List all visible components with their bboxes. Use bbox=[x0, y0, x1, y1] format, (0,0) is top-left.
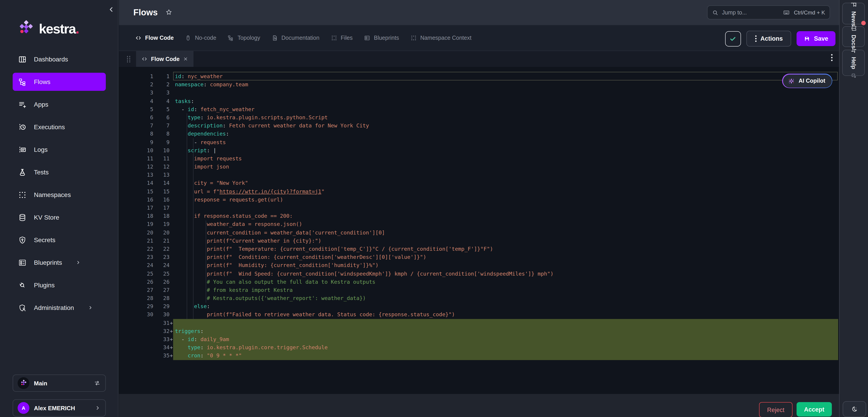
rail-tab-news[interactable]: News bbox=[842, 3, 865, 24]
chevron-right-icon bbox=[94, 405, 101, 411]
line-number-original: 9 bbox=[119, 138, 153, 146]
ai-copilot-button[interactable]: AI Copilot bbox=[782, 74, 832, 88]
code-line-4[interactable]: 44tasks: bbox=[119, 97, 839, 105]
code-line-32[interactable]: 32+triggers: bbox=[119, 327, 839, 335]
diff-added-marker bbox=[169, 146, 173, 154]
code-line-5[interactable]: 55 - id: fetch_nyc_weather bbox=[119, 105, 839, 114]
code-line-19[interactable]: 1919 weather_data = response.json() bbox=[119, 220, 839, 228]
sidebar-item-dashboards[interactable]: Dashboards bbox=[13, 50, 106, 68]
code-line-31[interactable]: 31+ bbox=[119, 319, 839, 327]
sidebar-collapse-icon[interactable] bbox=[107, 5, 115, 13]
sidebar-item-administration[interactable]: Administration bbox=[13, 299, 106, 317]
tab-blueprints[interactable]: Blueprints bbox=[364, 35, 399, 41]
code-line-25[interactable]: 2525 print(f" Wind Speed: {current_condi… bbox=[119, 269, 839, 278]
code-line-17[interactable]: 1717 bbox=[119, 204, 839, 212]
code-line-1[interactable]: 11id: nyc_weather bbox=[119, 72, 839, 81]
code-text bbox=[173, 204, 839, 212]
code-line-21[interactable]: 2121 print(f"Current weather in {city}:"… bbox=[119, 237, 839, 245]
rail-tab-label: News bbox=[850, 11, 857, 26]
line-number-original: 10 bbox=[119, 146, 153, 154]
line-number-modified: 13 bbox=[153, 171, 169, 179]
line-number-modified: 27 bbox=[153, 286, 169, 294]
sidebar-item-tests[interactable]: Tests bbox=[13, 163, 106, 181]
sidebar-item-plugins[interactable]: Plugins bbox=[13, 276, 106, 294]
sidebar-item-kv-store[interactable]: KV Store bbox=[13, 208, 106, 226]
code-line-11[interactable]: 1111 import requests bbox=[119, 155, 839, 163]
tab-flow-code[interactable]: Flow Code bbox=[135, 35, 174, 41]
tenant-label: Main bbox=[34, 380, 89, 386]
code-line-6[interactable]: 66 type: io.kestra.plugin.scripts.python… bbox=[119, 114, 839, 122]
sidebar-item-blueprints[interactable]: Blueprints bbox=[13, 253, 106, 271]
line-number-original: 2 bbox=[119, 81, 153, 89]
editor-menu-icon[interactable] bbox=[831, 54, 833, 61]
drag-handle-icon[interactable] bbox=[127, 55, 131, 63]
code-line-9[interactable]: 99 - requests bbox=[119, 138, 839, 146]
code-line-3[interactable]: 33 bbox=[119, 89, 839, 97]
sidebar-item-label: Administration bbox=[34, 304, 74, 311]
code-line-29[interactable]: 2929 else: bbox=[119, 302, 839, 311]
slack-icon bbox=[850, 47, 857, 54]
actions-button[interactable]: Actions bbox=[746, 31, 792, 46]
code-line-13[interactable]: 1313 bbox=[119, 171, 839, 179]
rail-tab-docs[interactable]: Docs bbox=[842, 26, 865, 47]
reject-button[interactable]: Reject bbox=[759, 402, 793, 417]
code-line-28[interactable]: 2828 # Kestra.outputs({'weather_report':… bbox=[119, 294, 839, 302]
flow-enabled-checkbox[interactable] bbox=[725, 31, 741, 46]
diff-added-marker bbox=[169, 105, 173, 114]
close-icon[interactable] bbox=[183, 57, 188, 61]
rail-tab-help[interactable]: Help bbox=[842, 50, 865, 76]
theme-toggle-button[interactable] bbox=[843, 401, 866, 417]
tab-documentation[interactable]: Documentation bbox=[272, 35, 319, 41]
code-line-20[interactable]: 2020 current_condition = weather_data['c… bbox=[119, 228, 839, 236]
diff-added-marker: + bbox=[169, 352, 173, 360]
sidebar-item-secrets[interactable]: Secrets bbox=[13, 231, 106, 249]
sidebar-item-label: Flows bbox=[34, 78, 51, 86]
search-input[interactable]: Jump to... Ctrl/Cmd + K bbox=[707, 5, 830, 20]
code-line-35[interactable]: 35+ cron: "0 9 * * *" bbox=[119, 352, 839, 360]
code-line-7[interactable]: 77 description: Fetch current weather da… bbox=[119, 122, 839, 130]
code-line-12[interactable]: 1212 import json bbox=[119, 163, 839, 171]
accept-button[interactable]: Accept bbox=[797, 402, 832, 417]
save-button[interactable]: Save bbox=[797, 31, 835, 46]
code-line-16[interactable]: 1616 response = requests.get(url) bbox=[119, 196, 839, 204]
tab-topology[interactable]: Topology bbox=[228, 35, 260, 41]
code-line-18[interactable]: 1818 if response.status_code == 200: bbox=[119, 212, 839, 220]
code-line-30[interactable]: 3030 print(f"Failed to retrieve weather … bbox=[119, 311, 839, 319]
line-number-modified: 29 bbox=[153, 302, 169, 311]
code-line-26[interactable]: 2626 # You can also output the full data… bbox=[119, 278, 839, 286]
diff-added-marker bbox=[169, 114, 173, 122]
code-line-24[interactable]: 2424 print(f" Humidity: {current_conditi… bbox=[119, 261, 839, 269]
tab-no-code[interactable]: No-code bbox=[185, 35, 216, 41]
diff-added-marker bbox=[169, 204, 173, 212]
tab-namespace-context[interactable]: Namespace Context bbox=[410, 35, 471, 41]
line-number-modified: 24 bbox=[153, 261, 169, 269]
user-menu[interactable]: A Alex EMERICH bbox=[13, 399, 106, 417]
code-line-15[interactable]: 1515 url = f"https://wttr.in/{city}?form… bbox=[119, 187, 839, 195]
code-line-8[interactable]: 88 dependencies: bbox=[119, 130, 839, 138]
code-lines: 11id: nyc_weather22namespace: company.te… bbox=[119, 72, 839, 360]
code-line-27[interactable]: 2727 # from kestra import Kestra bbox=[119, 286, 839, 294]
tab-label: Flow Code bbox=[145, 35, 174, 41]
tenant-switch-icon[interactable] bbox=[94, 380, 101, 387]
sidebar-item-executions[interactable]: Executions bbox=[13, 118, 106, 136]
code-line-2[interactable]: 22namespace: company.team bbox=[119, 81, 839, 89]
doc-icon bbox=[272, 35, 278, 41]
code-line-34[interactable]: 34+ type: io.kestra.plugin.core.trigger.… bbox=[119, 343, 839, 352]
sidebar-item-apps[interactable]: Apps bbox=[13, 95, 106, 114]
code-editor[interactable]: 11id: nyc_weather22namespace: company.te… bbox=[119, 67, 839, 394]
code-line-23[interactable]: 2323 print(f" Condition: {current_condit… bbox=[119, 253, 839, 261]
sidebar-item-flows[interactable]: Flows bbox=[13, 73, 106, 91]
sidebar-item-logs[interactable]: Logs bbox=[13, 140, 106, 159]
code-line-22[interactable]: 2222 print(f" Temperature: {current_cond… bbox=[119, 245, 839, 253]
line-number-original: 26 bbox=[119, 278, 153, 286]
code-line-14[interactable]: 1414 city = "New York" bbox=[119, 179, 839, 187]
sidebar-item-namespaces[interactable]: Namespaces bbox=[13, 186, 106, 204]
editor-tab-flow-code[interactable]: Flow Code bbox=[136, 51, 193, 67]
tab-label: Topology bbox=[238, 35, 260, 41]
tenant-selector[interactable]: Main bbox=[13, 375, 106, 392]
code-line-10[interactable]: 1010 script: | bbox=[119, 146, 839, 154]
favorite-star-icon[interactable] bbox=[165, 8, 173, 16]
sidebar-item-label: Apps bbox=[34, 101, 49, 108]
tab-files[interactable]: Files bbox=[331, 35, 352, 41]
code-line-33[interactable]: 33+ - id: daily_9am bbox=[119, 335, 839, 343]
